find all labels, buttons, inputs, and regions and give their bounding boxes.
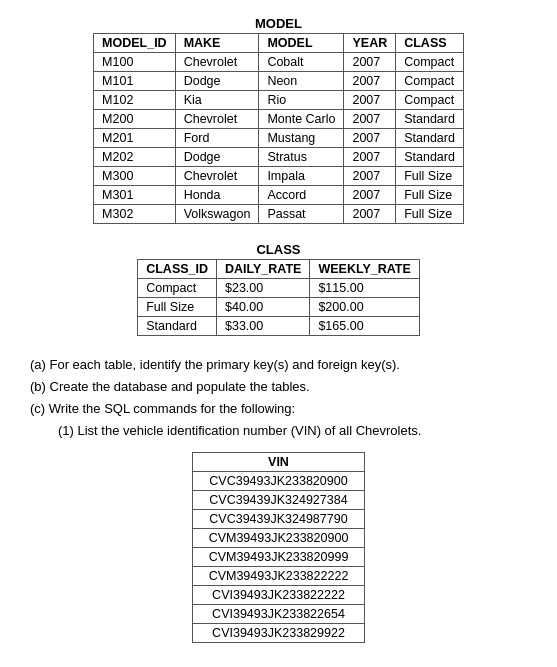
model-col-header: MODEL_ID (94, 34, 176, 53)
class-table-cell: $23.00 (217, 279, 310, 298)
model-table-cell: Impala (259, 167, 344, 186)
vin-table-cell: CVI39493JK233822654 (192, 605, 365, 624)
model-table-cell: 2007 (344, 167, 396, 186)
model-table-cell: 2007 (344, 205, 396, 224)
vin-table-cell: CVM39493JK233820900 (192, 529, 365, 548)
instruction-c: (c) Write the SQL commands for the follo… (30, 398, 547, 420)
class-table-cell: Compact (138, 279, 217, 298)
model-table-cell: M301 (94, 186, 176, 205)
vin-table-row: CVC39493JK233820900 (192, 472, 365, 491)
model-table-cell: 2007 (344, 53, 396, 72)
model-table-cell: 2007 (344, 186, 396, 205)
model-table-row: M202DodgeStratus2007Standard (94, 148, 464, 167)
vin-table-cell: CVM39493JK233822222 (192, 567, 365, 586)
model-table-cell: Full Size (396, 167, 464, 186)
class-table: CLASS_IDDAILY_RATEWEEKLY_RATE Compact$23… (137, 259, 420, 336)
model-table-cell: Standard (396, 110, 464, 129)
model-table-row: M301HondaAccord2007Full Size (94, 186, 464, 205)
model-col-header: CLASS (396, 34, 464, 53)
vin-table-row: CVI39493JK233822222 (192, 586, 365, 605)
class-col-header: DAILY_RATE (217, 260, 310, 279)
model-table-cell: Compact (396, 91, 464, 110)
class-table-cell: Full Size (138, 298, 217, 317)
model-table-row: M201FordMustang2007Standard (94, 129, 464, 148)
class-table-cell: $165.00 (310, 317, 419, 336)
model-table-row: M101DodgeNeon2007Compact (94, 72, 464, 91)
model-table-cell: Mustang (259, 129, 344, 148)
vin-header: VIN (192, 453, 365, 472)
model-table-row: M302VolkswagonPassat2007Full Size (94, 205, 464, 224)
model-table-cell: Accord (259, 186, 344, 205)
vin-table-cell: CVI39493JK233822222 (192, 586, 365, 605)
model-table-cell: Neon (259, 72, 344, 91)
model-table-cell: M300 (94, 167, 176, 186)
model-table-row: M102KiaRio2007Compact (94, 91, 464, 110)
model-table-cell: M302 (94, 205, 176, 224)
model-table-cell: Rio (259, 91, 344, 110)
vin-table-row: CVC39439JK324987790 (192, 510, 365, 529)
vin-table-cell: CVI39493JK233829922 (192, 624, 365, 643)
class-col-header: WEEKLY_RATE (310, 260, 419, 279)
model-table-cell: 2007 (344, 72, 396, 91)
model-table-cell: Full Size (396, 186, 464, 205)
class-table-section: CLASS CLASS_IDDAILY_RATEWEEKLY_RATE Comp… (20, 242, 537, 336)
model-table-cell: Passat (259, 205, 344, 224)
vin-table-row: CVM39493JK233822222 (192, 567, 365, 586)
model-table-cell: Dodge (175, 72, 259, 91)
class-table-row: Full Size$40.00$200.00 (138, 298, 420, 317)
class-table-cell: Standard (138, 317, 217, 336)
model-table-cell: Stratus (259, 148, 344, 167)
model-table-cell: M101 (94, 72, 176, 91)
model-table-cell: M102 (94, 91, 176, 110)
model-table-cell: Chevrolet (175, 110, 259, 129)
model-table-cell: Full Size (396, 205, 464, 224)
model-table-cell: 2007 (344, 110, 396, 129)
model-table-cell: Dodge (175, 148, 259, 167)
vin-table-cell: CVC39439JK324987790 (192, 510, 365, 529)
model-table-cell: Ford (175, 129, 259, 148)
model-table-cell: Chevrolet (175, 53, 259, 72)
model-table-cell: M201 (94, 129, 176, 148)
model-table-section: MODEL MODEL_IDMAKEMODELYEARCLASS M100Che… (20, 16, 537, 224)
instructions-section: (a) For each table, identify the primary… (30, 354, 547, 442)
model-table-row: M100ChevroletCobalt2007Compact (94, 53, 464, 72)
model-table-cell: Compact (396, 72, 464, 91)
model-table-cell: Volkswagon (175, 205, 259, 224)
class-table-cell: $40.00 (217, 298, 310, 317)
vin-table-row: CVI39493JK233822654 (192, 605, 365, 624)
model-table-cell: Honda (175, 186, 259, 205)
model-table-cell: 2007 (344, 129, 396, 148)
model-table-cell: Monte Carlo (259, 110, 344, 129)
model-table-cell: M100 (94, 53, 176, 72)
model-table-cell: Kia (175, 91, 259, 110)
model-table-cell: Standard (396, 129, 464, 148)
model-table-cell: 2007 (344, 91, 396, 110)
class-table-cell: $33.00 (217, 317, 310, 336)
model-table-cell: Standard (396, 148, 464, 167)
vin-table-cell: CVC39493JK233820900 (192, 472, 365, 491)
model-col-header: MODEL (259, 34, 344, 53)
class-table-cell: $115.00 (310, 279, 419, 298)
vin-table-row: CVI39493JK233829922 (192, 624, 365, 643)
model-col-header: YEAR (344, 34, 396, 53)
class-table-title: CLASS (256, 242, 300, 257)
instruction-b: (b) Create the database and populate the… (30, 376, 547, 398)
model-table-cell: 2007 (344, 148, 396, 167)
model-col-header: MAKE (175, 34, 259, 53)
class-col-header: CLASS_ID (138, 260, 217, 279)
vin-table: VIN CVC39493JK233820900CVC39439JK3249273… (192, 452, 366, 643)
instruction-c1: (1) List the vehicle identification numb… (58, 420, 547, 442)
model-table-title: MODEL (255, 16, 302, 31)
vin-table-cell: CVM39493JK233820999 (192, 548, 365, 567)
model-table-cell: Cobalt (259, 53, 344, 72)
vin-table-row: CVC39439JK324927384 (192, 491, 365, 510)
class-table-row: Standard$33.00$165.00 (138, 317, 420, 336)
vin-table-row: CVM39493JK233820999 (192, 548, 365, 567)
model-table-row: M200ChevroletMonte Carlo2007Standard (94, 110, 464, 129)
model-table-cell: M202 (94, 148, 176, 167)
vin-table-section: VIN CVC39493JK233820900CVC39439JK3249273… (20, 452, 537, 643)
model-table-row: M300ChevroletImpala2007Full Size (94, 167, 464, 186)
model-table-cell: Compact (396, 53, 464, 72)
class-table-row: Compact$23.00$115.00 (138, 279, 420, 298)
vin-table-row: CVM39493JK233820900 (192, 529, 365, 548)
